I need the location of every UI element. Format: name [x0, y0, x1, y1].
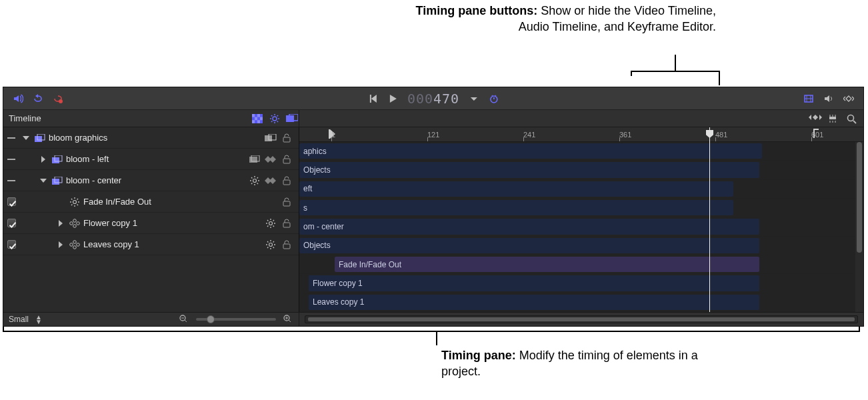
chevron-down-icon[interactable]: [469, 93, 479, 104]
track-row[interactable]: om - center: [299, 217, 855, 236]
clip[interactable]: Objects: [299, 162, 759, 177]
zoom-slider[interactable]: [196, 318, 276, 321]
gear-icon[interactable]: [268, 113, 281, 125]
layer-row[interactable]: Fade In/Fade Out: [3, 191, 299, 213]
track-row[interactable]: Objects: [299, 237, 855, 255]
timeline-title: Timeline: [9, 113, 247, 123]
clip[interactable]: Leaves copy 1: [309, 295, 759, 310]
mask-icon[interactable]: [285, 113, 299, 125]
keyframe-nav-icon[interactable]: [809, 113, 819, 124]
record-icon[interactable]: [53, 93, 63, 104]
svg-rect-19: [283, 137, 290, 142]
time-ruler[interactable]: 1121241361481601: [299, 127, 863, 142]
clip[interactable]: eft: [299, 181, 733, 197]
disclosure-triangle[interactable]: [54, 241, 67, 248]
track-row[interactable]: Objects: [299, 161, 855, 179]
out-point-icon[interactable]: [813, 129, 819, 138]
layer-name[interactable]: Fade In/Fade Out: [82, 197, 279, 207]
disclosure-triangle[interactable]: [19, 135, 33, 141]
gear-icon[interactable]: [263, 240, 279, 249]
tracks-container[interactable]: aphicsObjectseftsom - centerObjectsFade …: [299, 142, 855, 312]
svg-rect-13: [829, 117, 836, 119]
layer-row[interactable]: bloom - center: [3, 170, 299, 191]
track-row[interactable]: aphics: [299, 142, 855, 161]
timeline-track-area[interactable]: 1121241361481601 aphicsObjectseftsom - c…: [299, 127, 863, 312]
layer-row[interactable]: Leaves copy 1: [3, 234, 299, 255]
keyframe-editor-button[interactable]: [843, 93, 854, 104]
layer-row[interactable]: bloom graphics: [3, 127, 299, 149]
timecode-display[interactable]: 000470: [407, 91, 459, 107]
enable-checkbox[interactable]: [3, 159, 19, 160]
stack-icon[interactable]: [247, 155, 263, 163]
checker-icon[interactable]: [251, 113, 264, 125]
play-icon[interactable]: [387, 93, 398, 104]
gear-icon[interactable]: [263, 219, 279, 228]
svg-rect-36: [283, 223, 290, 227]
track-row[interactable]: s: [299, 199, 855, 217]
stepper-icon[interactable]: ▲▼: [35, 315, 42, 324]
layer-name[interactable]: bloom - center: [65, 175, 247, 185]
layer-row[interactable]: bloom - left: [3, 149, 299, 170]
svg-rect-20: [52, 157, 59, 163]
clip[interactable]: s: [299, 200, 733, 215]
layer-name[interactable]: Flower copy 1: [82, 218, 263, 228]
svg-point-10: [273, 117, 277, 121]
horizontal-scrollbar[interactable]: [305, 315, 858, 323]
clip[interactable]: Flower copy 1: [309, 275, 759, 291]
vertical-scrollbar[interactable]: [855, 142, 863, 312]
track-row[interactable]: Flower copy 1: [299, 274, 855, 293]
layer-name[interactable]: bloom graphics: [47, 133, 263, 143]
ruler-tick: 121: [427, 127, 439, 141]
clip[interactable]: aphics: [299, 143, 762, 159]
zoom-in-icon[interactable]: [283, 314, 293, 325]
enable-checkbox[interactable]: [3, 180, 19, 181]
loop-icon[interactable]: [33, 93, 43, 104]
audio-timeline-button[interactable]: [823, 93, 834, 104]
mask-icon[interactable]: [263, 134, 279, 142]
clip-label: Objects: [303, 165, 331, 175]
svg-rect-5: [257, 114, 260, 117]
enable-checkbox[interactable]: [3, 197, 19, 206]
video-timeline-button[interactable]: [803, 93, 814, 104]
track-row[interactable]: Fade In/Fade Out: [299, 255, 855, 274]
lock-icon[interactable]: [279, 240, 295, 249]
annotation-timing-pane: Timing pane: Modify the timing of elemen…: [441, 347, 728, 380]
svg-point-14: [848, 115, 854, 121]
lock-icon[interactable]: [279, 155, 295, 164]
track-row[interactable]: eft: [299, 180, 855, 199]
zoom-out-icon[interactable]: [179, 314, 189, 325]
gear-icon[interactable]: [247, 176, 263, 185]
row-size-selector[interactable]: Small: [9, 315, 29, 324]
clip[interactable]: om - center: [299, 219, 759, 234]
snap-icon[interactable]: [827, 113, 838, 124]
disclosure-triangle[interactable]: [37, 177, 50, 184]
duration-icon[interactable]: [489, 93, 499, 104]
layer-name[interactable]: bloom - left: [65, 154, 247, 164]
enable-checkbox[interactable]: [3, 219, 19, 227]
lock-icon[interactable]: [279, 197, 295, 207]
go-to-start-icon[interactable]: [367, 93, 378, 104]
clip-label: Flower copy 1: [313, 279, 363, 288]
layer-row[interactable]: Flower copy 1: [3, 213, 299, 234]
zoom-icon[interactable]: [846, 113, 857, 124]
transport-toolbar: 000470: [3, 87, 863, 110]
clip[interactable]: Objects: [299, 238, 759, 253]
filters-icon[interactable]: [263, 177, 279, 184]
svg-rect-4: [252, 114, 255, 117]
lock-icon[interactable]: [279, 219, 295, 228]
lock-icon[interactable]: [279, 176, 295, 185]
disclosure-triangle[interactable]: [54, 220, 67, 227]
callout-line-bottom: [436, 331, 437, 345]
track-row[interactable]: Leaves copy 1: [299, 293, 855, 312]
audio-icon[interactable]: [13, 93, 23, 104]
enable-checkbox[interactable]: [3, 240, 19, 249]
playhead[interactable]: [709, 127, 710, 312]
layer-name[interactable]: Leaves copy 1: [82, 239, 263, 249]
svg-rect-22: [249, 157, 257, 163]
lock-icon[interactable]: [279, 133, 295, 143]
filters-icon[interactable]: [263, 156, 279, 163]
clip[interactable]: Fade In/Fade Out: [335, 257, 759, 272]
svg-point-33: [73, 224, 77, 227]
enable-checkbox[interactable]: [3, 137, 19, 139]
disclosure-triangle[interactable]: [37, 156, 50, 163]
